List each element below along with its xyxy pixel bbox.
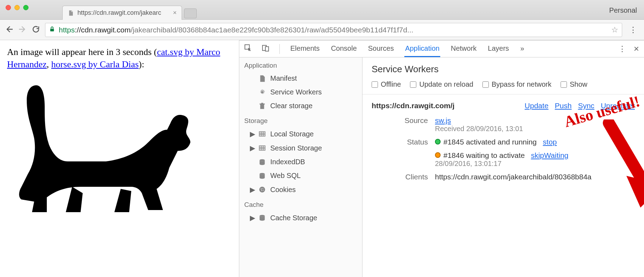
close-tab-icon[interactable]: × — [173, 9, 177, 17]
url-host: ://cdn.rawgit.com — [75, 26, 131, 34]
sidebar-item-indexeddb[interactable]: IndexedDB — [239, 155, 362, 169]
cookie-icon — [258, 186, 266, 193]
tab-elements[interactable]: Elements — [290, 41, 320, 57]
expand-icon: ▶ — [250, 185, 254, 194]
sidebar-item-session-storage[interactable]: ▶ Session Storage — [239, 141, 362, 155]
tab-application[interactable]: Application — [404, 41, 440, 57]
sidebar-item-clear-storage[interactable]: Clear storage — [239, 99, 362, 113]
lock-icon — [49, 26, 55, 34]
expand-icon: ▶ — [250, 144, 254, 152]
sw-registration: https://cdn.rawgit.com/j Update Push Syn… — [362, 94, 644, 193]
sw-action-unregister[interactable]: Unregister — [601, 101, 635, 110]
browser-toolbar: https://cdn.rawgit.com/jakearchibald/803… — [0, 20, 644, 40]
tab-network[interactable]: Network — [450, 41, 477, 57]
tab-title: https://cdn.rawgit.com/jakearc — [77, 9, 161, 17]
profile-label[interactable]: Personal — [609, 6, 637, 14]
sw-skipwaiting-link[interactable]: skipWaiting — [531, 151, 569, 159]
manifest-icon — [258, 75, 266, 82]
minimize-window-button[interactable] — [14, 5, 20, 10]
sidebar-group-application: Application — [239, 57, 362, 72]
svg-point-9 — [259, 187, 265, 193]
sidebar-item-cache-storage[interactable]: ▶ Cache Storage — [239, 211, 362, 225]
svg-point-7 — [260, 159, 265, 161]
sw-action-push[interactable]: Push — [555, 101, 572, 110]
table-icon — [258, 144, 266, 152]
chrome-menu-icon[interactable]: ⋮ — [627, 25, 639, 35]
expand-icon: ▶ — [250, 214, 254, 222]
sw-source-link[interactable]: sw.js — [435, 116, 451, 124]
url-scheme: https — [59, 26, 75, 34]
sidebar-item-websql[interactable]: Web SQL — [239, 169, 362, 183]
sw-source-received: Received 28/09/2016, 13:01 — [435, 125, 635, 133]
webpage-viewport: An image will appear here in 3 seconds (… — [0, 40, 239, 277]
sw-status-waiting-time: 28/09/2016, 13:01:17 — [435, 160, 635, 168]
sw-option-update-on-reload[interactable]: Update on reload — [410, 80, 473, 88]
sw-options-row: Offline Update on reload Bypass for netw… — [362, 78, 644, 94]
application-sidebar: Application Manifest Service Workers Cle… — [239, 57, 362, 277]
svg-point-12 — [261, 190, 262, 191]
sw-option-bypass-network[interactable]: Bypass for network — [482, 80, 551, 88]
tab-sources[interactable]: Sources — [367, 41, 394, 57]
sw-clients-value: https://cdn.rawgit.com/jakearchibald/803… — [435, 173, 635, 181]
sw-action-update[interactable]: Update — [525, 101, 549, 110]
devtools-close-icon[interactable]: × — [634, 43, 639, 54]
maximize-window-button[interactable] — [23, 5, 29, 10]
svg-rect-5 — [259, 132, 265, 136]
sw-action-sync[interactable]: Sync — [578, 101, 594, 110]
database-icon — [258, 172, 266, 180]
traffic-lights — [0, 0, 34, 10]
svg-rect-3 — [265, 47, 269, 51]
sw-status-waiting: #1846 waiting to activate skipWaiting 28… — [435, 151, 635, 168]
sidebar-group-cache: Cache — [239, 197, 362, 211]
sidebar-item-cookies[interactable]: ▶ Cookies — [239, 183, 362, 197]
inspect-element-icon[interactable] — [244, 44, 252, 54]
url-path: /jakearchibald/80368b84ac1ae8e229fc90b3f… — [131, 26, 413, 34]
devtools-body: Application Manifest Service Workers Cle… — [239, 57, 644, 277]
sidebar-item-local-storage[interactable]: ▶ Local Storage — [239, 127, 362, 141]
page-favicon-icon — [68, 10, 74, 16]
svg-point-10 — [261, 189, 262, 190]
svg-rect-6 — [259, 146, 265, 150]
cat-image — [7, 73, 232, 245]
svg-point-8 — [260, 173, 265, 175]
window-titlebar: https://cdn.rawgit.com/jakearc × Persona… — [0, 0, 644, 20]
back-button[interactable] — [5, 25, 13, 35]
sw-option-show-all[interactable]: Show — [561, 80, 587, 88]
database-icon — [258, 158, 266, 166]
tab-layers[interactable]: Layers — [487, 41, 510, 57]
devtools-menu-icon[interactable]: ⋮ — [618, 44, 626, 54]
expand-icon: ▶ — [250, 130, 254, 138]
link-horsesvg[interactable]: horse.svg by Carla Dias — [51, 59, 139, 69]
sw-scope-url: https://cdn.rawgit.com/j — [372, 101, 455, 110]
new-tab-button[interactable] — [184, 8, 197, 18]
sw-scope-row: https://cdn.rawgit.com/j Update Push Syn… — [372, 101, 635, 110]
close-window-button[interactable] — [6, 5, 11, 10]
sw-status-row: Status #1845 activated and running stop … — [372, 138, 635, 168]
devtools-panel: Elements Console Sources Application Net… — [239, 40, 644, 277]
address-bar[interactable]: https://cdn.rawgit.com/jakearchibald/803… — [45, 23, 622, 37]
gear-icon — [258, 88, 266, 96]
sw-clients-row: Clients https://cdn.rawgit.com/jakearchi… — [372, 173, 635, 181]
sidebar-item-manifest[interactable]: Manifest — [239, 72, 362, 85]
sidebar-group-storage: Storage — [239, 113, 362, 127]
database-icon — [258, 214, 266, 222]
svg-point-13 — [263, 190, 264, 191]
page-text: An image will appear here in 3 seconds (… — [7, 46, 232, 70]
sidebar-item-service-workers[interactable]: Service Workers — [239, 85, 362, 99]
content-area: An image will appear here in 3 seconds (… — [0, 40, 644, 277]
address-url: https://cdn.rawgit.com/jakearchibald/803… — [59, 26, 413, 34]
browser-tab[interactable]: https://cdn.rawgit.com/jakearc × — [62, 6, 182, 20]
bookmark-star-icon[interactable]: ☆ — [611, 25, 618, 35]
svg-point-14 — [260, 215, 265, 217]
sw-option-offline[interactable]: Offline — [372, 80, 401, 88]
sw-stop-link[interactable]: stop — [543, 138, 557, 146]
device-toolbar-icon[interactable] — [262, 44, 270, 54]
forward-button[interactable] — [18, 25, 27, 35]
svg-point-11 — [263, 188, 263, 189]
tabs-overflow-icon[interactable]: » — [519, 41, 525, 57]
sw-status-activated: #1845 activated and running stop — [435, 138, 635, 146]
tab-console[interactable]: Console — [330, 41, 357, 57]
reload-button[interactable] — [32, 25, 40, 35]
table-icon — [258, 130, 266, 138]
devtools-tabstrip: Elements Console Sources Application Net… — [239, 41, 644, 57]
